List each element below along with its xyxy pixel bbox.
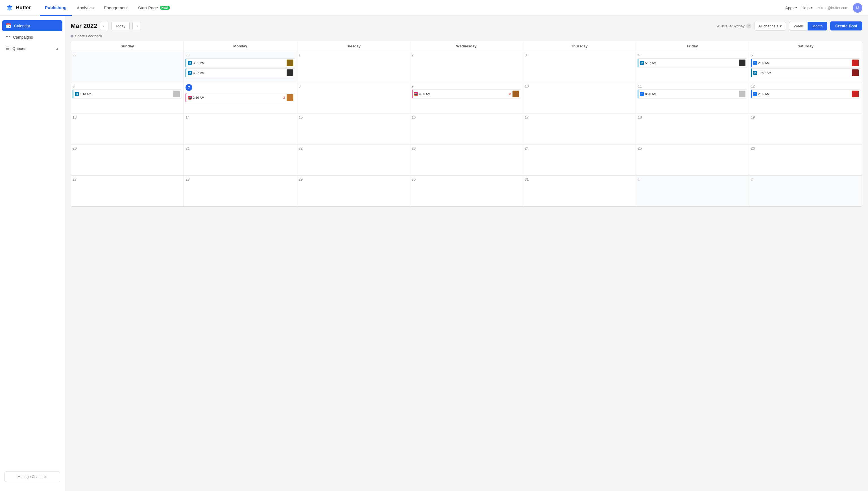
post-time: 3:07 PM bbox=[193, 71, 285, 75]
nav-links: Publishing Analytics Engagement Start Pa… bbox=[40, 0, 785, 16]
day-number: 3 bbox=[525, 53, 634, 57]
post-thumbnail bbox=[852, 60, 859, 66]
header-friday: Friday bbox=[636, 41, 749, 51]
nav-analytics[interactable]: Analytics bbox=[72, 0, 99, 16]
post-thumbnail bbox=[739, 60, 746, 66]
channels-dropdown[interactable]: All channels ▾ bbox=[754, 22, 786, 30]
buffer-logo-icon bbox=[6, 4, 13, 12]
post-item[interactable]: f 2:05 AM bbox=[751, 58, 860, 67]
instagram-icon: 📷 bbox=[188, 96, 192, 99]
nav-publishing[interactable]: Publishing bbox=[40, 0, 72, 16]
logo-text: Buffer bbox=[16, 5, 31, 11]
post-item[interactable]: f 8:20 AM bbox=[638, 89, 747, 98]
day-number: 12 bbox=[751, 84, 860, 88]
apps-button[interactable]: Apps ▾ bbox=[785, 6, 797, 10]
week-4: 20 21 22 23 24 25 26 bbox=[71, 144, 862, 175]
cal-cell-mar9: 9 📷 4:00 AM ⊘ bbox=[410, 82, 523, 113]
user-email: mike.e@buffer.com bbox=[817, 6, 848, 10]
create-post-button[interactable]: Create Post bbox=[830, 22, 862, 30]
post-item[interactable]: in 3:07 PM bbox=[186, 68, 295, 77]
post-thumbnail bbox=[852, 69, 859, 76]
post-item[interactable]: 📷 2:16 AM ⊘ bbox=[186, 93, 295, 102]
nav-start-page[interactable]: Start Page New! bbox=[133, 0, 175, 16]
cal-cell-apr1: 1 bbox=[636, 175, 749, 207]
post-item[interactable]: in 10:07 AM bbox=[751, 68, 860, 77]
day-number: 9 bbox=[412, 84, 521, 88]
cal-cell-mar8: 8 bbox=[297, 82, 410, 113]
day-number: 5 bbox=[751, 53, 860, 57]
cal-cell-mar30: 30 bbox=[410, 175, 523, 207]
cal-cell-mar23: 23 bbox=[410, 144, 523, 175]
prev-month-button[interactable]: ← bbox=[100, 22, 108, 30]
top-nav: Buffer Publishing Analytics Engagement S… bbox=[0, 0, 868, 16]
cal-controls: Australia/Sydney ? All channels ▾ Week M… bbox=[717, 22, 862, 30]
feedback-dot-icon bbox=[71, 35, 74, 37]
calendar-header: Mar 2022 ← Today → Australia/Sydney ? Al… bbox=[71, 22, 862, 30]
apps-chevron-icon: ▾ bbox=[795, 6, 797, 9]
day-number: 29 bbox=[299, 177, 408, 181]
cal-cell-mar31: 31 bbox=[523, 175, 636, 207]
post-thumbnail bbox=[287, 60, 293, 66]
post-thumbnail bbox=[852, 91, 859, 97]
day-number: 15 bbox=[299, 115, 408, 119]
cal-cell-mar21: 21 bbox=[184, 144, 297, 175]
sidebar-bottom: Manage Channels bbox=[0, 467, 65, 487]
today-button[interactable]: Today bbox=[111, 22, 130, 30]
instagram-icon: 📷 bbox=[414, 92, 418, 96]
cal-cell-feb27: 27 bbox=[71, 51, 184, 82]
sidebar: 📅 Calendar 〜 Campaigns ☰ Queues ▲ Manage… bbox=[0, 16, 65, 491]
sidebar-item-queues[interactable]: ☰ Queues ▲ bbox=[0, 43, 65, 54]
share-feedback[interactable]: Share Feedback bbox=[71, 34, 862, 38]
cal-cell-mar7: 7 📷 2:16 AM ⊘ bbox=[184, 82, 297, 113]
header-tuesday: Tuesday bbox=[297, 41, 410, 51]
post-time: 2:16 AM bbox=[193, 96, 281, 99]
month-view-button[interactable]: Month bbox=[808, 22, 827, 30]
day-number: 23 bbox=[412, 146, 521, 150]
post-item[interactable]: in 3:01 PM bbox=[186, 58, 295, 67]
header-saturday: Saturday bbox=[749, 41, 862, 51]
logo[interactable]: Buffer bbox=[6, 4, 31, 12]
cal-cell-mar22: 22 bbox=[297, 144, 410, 175]
post-thumbnail bbox=[512, 91, 519, 97]
cal-cell-mar29: 29 bbox=[297, 175, 410, 207]
day-number: 28 bbox=[186, 177, 295, 181]
post-time: 10:07 AM bbox=[758, 71, 851, 75]
post-item[interactable]: in 1:13 AM bbox=[73, 89, 182, 98]
day-number: 2 bbox=[412, 53, 521, 57]
week-view-button[interactable]: Week bbox=[789, 22, 808, 30]
linkedin-icon: in bbox=[188, 61, 192, 65]
cal-cell-apr2: 2 bbox=[749, 175, 862, 207]
cal-cell-mar28: 28 bbox=[184, 175, 297, 207]
post-item[interactable]: 📷 4:00 AM ⊘ bbox=[412, 89, 521, 98]
facebook-icon: f bbox=[753, 61, 757, 65]
nav-engagement[interactable]: Engagement bbox=[99, 0, 133, 16]
sidebar-item-campaigns[interactable]: 〜 Campaigns bbox=[0, 31, 65, 43]
cal-cell-mar25: 25 bbox=[636, 144, 749, 175]
view-toggle: Week Month bbox=[789, 22, 827, 30]
day-number: 28 bbox=[186, 53, 295, 57]
cal-cell-mar19: 19 bbox=[749, 113, 862, 144]
timezone-help-icon[interactable]: ? bbox=[746, 23, 751, 29]
facebook-icon: f bbox=[753, 92, 757, 96]
facebook-icon: f bbox=[640, 92, 644, 96]
day-number: 16 bbox=[412, 115, 521, 119]
day-number: 4 bbox=[638, 53, 747, 57]
linkedin-icon: in bbox=[753, 71, 757, 75]
post-item[interactable]: f 2:05 AM bbox=[751, 89, 860, 98]
sidebar-item-calendar[interactable]: 📅 Calendar bbox=[2, 20, 62, 31]
queues-icon: ☰ bbox=[6, 46, 9, 51]
cal-cell-mar24: 24 bbox=[523, 144, 636, 175]
cal-cell-mar12: 12 f 2:05 AM bbox=[749, 82, 862, 113]
day-number: 17 bbox=[525, 115, 634, 119]
week-1: 27 28 in 3:01 PM in 3:07 PM 1 2 bbox=[71, 51, 862, 82]
calendar-title: Mar 2022 bbox=[71, 22, 97, 30]
post-item[interactable]: in 5:07 AM bbox=[638, 58, 747, 67]
help-button[interactable]: Help ▾ bbox=[801, 6, 812, 10]
linkedin-icon: in bbox=[188, 71, 192, 75]
manage-channels-button[interactable]: Manage Channels bbox=[4, 471, 60, 482]
avatar[interactable]: M bbox=[853, 3, 862, 13]
calendar-grid: Sunday Monday Tuesday Wednesday Thursday… bbox=[71, 41, 862, 207]
day-number: 10 bbox=[525, 84, 634, 88]
post-time: 5:07 AM bbox=[645, 61, 737, 65]
next-month-button[interactable]: → bbox=[133, 22, 141, 30]
